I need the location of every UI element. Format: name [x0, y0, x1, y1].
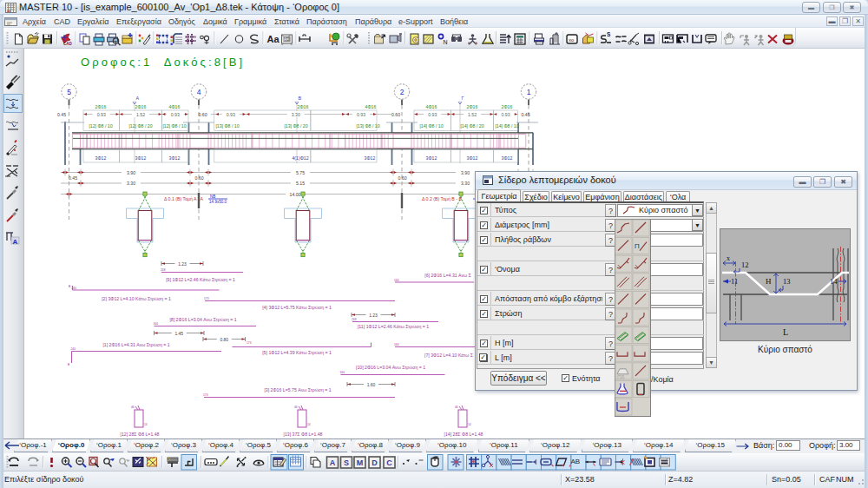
svg-text:C: C — [386, 458, 392, 467]
svg-text:4Φ16: 4Φ16 — [169, 104, 181, 109]
svg-text:Β: Β — [299, 96, 302, 101]
svg-text:2: 2 — [400, 88, 404, 96]
svg-text:[13] Φ8 / 10: [13] Φ8 / 10 — [215, 123, 239, 129]
svg-text:CAD: CAD — [63, 42, 72, 46]
svg-text:2Φ16: 2Φ16 — [298, 104, 309, 109]
svg-text:3Φ12: 3Φ12 — [502, 155, 513, 161]
svg-text:[9] 1Φ12 L=2.46 Κάτω Στρώση =: [9] 1Φ12 L=2.46 Κάτω Στρώση = 1 — [166, 277, 235, 282]
svg-text:0.45: 0.45 — [521, 112, 529, 117]
svg-text:Γ: Γ — [462, 96, 464, 101]
svg-text:ΝΒ: ΝΒ — [210, 195, 215, 199]
svg-text:13: 13 — [783, 277, 791, 286]
svg-text:1.45: 1.45 — [174, 331, 183, 336]
svg-text:0.60: 0.60 — [398, 175, 406, 181]
svg-text:3.30: 3.30 — [292, 112, 300, 117]
svg-text:xo: xo — [569, 37, 575, 43]
svg-text:[8] 2Φ16 L=3.04 Ανω Στρώση = 1: [8] 2Φ16 L=3.04 Ανω Στρώση = 1 — [169, 317, 236, 322]
svg-text:5.75: 5.75 — [296, 170, 305, 175]
svg-text:3Φ12: 3Φ12 — [365, 155, 376, 161]
svg-text:x: x — [727, 254, 730, 262]
svg-text:Π: Π — [635, 242, 640, 250]
svg-text:[4] 3Φ12 L=5.75 Κάτω Στρώση =: [4] 3Φ12 L=5.75 Κάτω Στρώση = 1 — [262, 305, 332, 310]
svg-text:0.93: 0.93 — [171, 112, 180, 117]
svg-text:Οροφος:1 Δοκός:8[Β]: Οροφος:1 Δοκός:8[Β] — [81, 56, 245, 69]
svg-text:173: 173 — [203, 393, 208, 397]
svg-text:46: 46 — [294, 406, 298, 409]
svg-text:46: 46 — [455, 406, 458, 409]
svg-text:[12] 28Σ Φ8 L=1.48: [12] 28Σ Φ8 L=1.48 — [121, 432, 160, 437]
svg-text:3Φ12: 3Φ12 — [169, 155, 181, 161]
svg-text:166: 166 — [394, 343, 399, 346]
svg-text:A=: A= — [284, 37, 289, 42]
svg-text:Πδ: Πδ — [617, 374, 625, 380]
svg-text:14: 14 — [307, 423, 311, 426]
svg-text:2Φ16: 2Φ16 — [95, 104, 107, 109]
svg-text:3.90: 3.90 — [461, 170, 470, 175]
svg-text:H: H — [766, 277, 772, 286]
svg-text:0.93: 0.93 — [97, 112, 106, 117]
svg-text:[14] Φ8 / 10: [14] Φ8 / 10 — [419, 123, 443, 129]
svg-text:2Φ16: 2Φ16 — [467, 104, 478, 109]
svg-text:46: 46 — [131, 406, 135, 409]
svg-text:5.15: 5.15 — [296, 181, 305, 186]
svg-text:[6] 2Φ16 L=4.31 Ανω Σ: [6] 2Φ16 L=4.31 Ανω Σ — [424, 273, 471, 278]
svg-text:3.30: 3.30 — [127, 181, 135, 186]
svg-text:[12] Φ8 / 20: [12] Φ8 / 20 — [128, 123, 152, 129]
svg-text:A: A — [13, 238, 18, 246]
svg-text:[14] 28Σ Φ8 L=1.48: [14] 28Σ Φ8 L=1.48 — [444, 432, 483, 437]
svg-text:0.45: 0.45 — [57, 112, 66, 117]
svg-text:14: 14 — [468, 423, 471, 426]
svg-text:[12] Φ8 / 10: [12] Φ8 / 10 — [162, 123, 186, 129]
svg-text:[10] 2Φ16 L=3.04 Ανω Στρώση =: [10] 2Φ16 L=3.04 Ανω Στρώση = 1 — [356, 365, 425, 370]
svg-text:14.9x50.0: 14.9x50.0 — [209, 200, 227, 204]
svg-text:14: 14 — [144, 423, 148, 426]
svg-text:[1] 2Φ16 L=4.31 Ανω Στρώση = 1: [1] 2Φ16 L=4.31 Ανω Στρώση = 1 — [102, 342, 169, 347]
svg-text:3Φ12: 3Φ12 — [135, 155, 147, 161]
svg-text:14: 14 — [830, 277, 838, 286]
svg-text:173: 173 — [247, 341, 252, 345]
svg-text:1: 1 — [527, 88, 531, 96]
svg-text:[13] Φ8 / 20: [13] Φ8 / 20 — [284, 123, 307, 129]
svg-text:1.60: 1.60 — [367, 382, 376, 387]
svg-text:B: B — [68, 363, 70, 366]
svg-text:Δ 0.2 (Β) Τομή Β - Β: Δ 0.2 (Β) Τομή Β - Β — [422, 196, 462, 201]
svg-text:166: 166 — [154, 322, 159, 326]
svg-text:3.90: 3.90 — [127, 170, 135, 175]
svg-text:[7] 3Φ12 L=4.10 Κάτω Σ: [7] 3Φ12 L=4.10 Κάτω Σ — [424, 353, 473, 358]
svg-text:0.60: 0.60 — [198, 112, 207, 117]
svg-text:Aa: Aa — [267, 34, 280, 44]
svg-text:[5] 1Φ12 L=4.39 Κάτω Στρώση =: [5] 1Φ12 L=4.39 Κάτω Στρώση = 1 — [262, 350, 332, 355]
svg-text:S: S — [344, 458, 349, 467]
svg-text:[14] Φ8 / 10: [14] Φ8 / 10 — [495, 123, 518, 129]
svg-text:Δ 0.1 (Β) Τομή Α - Α: Δ 0.1 (Β) Τομή Α - Α — [164, 196, 204, 201]
svg-text:AB: AB — [571, 458, 581, 465]
svg-text:166: 166 — [394, 279, 399, 282]
svg-text:A: A — [330, 458, 336, 467]
svg-text:11: 11 — [731, 277, 738, 286]
svg-text:Α: Α — [136, 96, 140, 101]
svg-text:1.52: 1.52 — [468, 112, 477, 117]
svg-text:1.23: 1.23 — [178, 261, 187, 267]
svg-text:0.93: 0.93 — [357, 112, 365, 117]
svg-text:D: D — [372, 458, 378, 467]
svg-text:4Φ16: 4Φ16 — [426, 104, 437, 109]
svg-text:1.52: 1.52 — [136, 112, 145, 117]
svg-text:248: 248 — [161, 268, 166, 272]
svg-text:2Φ16: 2Φ16 — [135, 104, 147, 109]
svg-text:4(1)Φ12: 4(1)Φ12 — [292, 155, 308, 161]
svg-text:0.60: 0.60 — [194, 175, 203, 181]
svg-text:3Φ12: 3Φ12 — [95, 155, 107, 161]
svg-text:[12] Φ8 / 10: [12] Φ8 / 10 — [89, 123, 112, 129]
svg-text:S: S — [607, 31, 611, 37]
svg-text:3Φ12: 3Φ12 — [426, 155, 437, 161]
svg-text:[14] Φ8 / 20: [14] Φ8 / 20 — [460, 123, 483, 129]
svg-text:N: N — [444, 39, 448, 45]
svg-text:[2] 3Φ12 L=4.10 Κάτω Στρώση =: [2] 3Φ12 L=4.10 Κάτω Στρώση = 1 — [102, 296, 171, 301]
svg-text:3Φ12: 3Φ12 — [467, 155, 478, 161]
svg-text:L: L — [783, 327, 788, 337]
svg-text:[13] Φ8 / 10: [13] Φ8 / 10 — [356, 123, 379, 129]
svg-text:[13] 37Σ Φ8 L=1.48: [13] 37Σ Φ8 L=1.48 — [284, 432, 323, 437]
svg-text:0.45: 0.45 — [69, 175, 77, 181]
svg-text:1.23: 1.23 — [369, 313, 378, 318]
svg-text:0.60: 0.60 — [391, 112, 400, 117]
